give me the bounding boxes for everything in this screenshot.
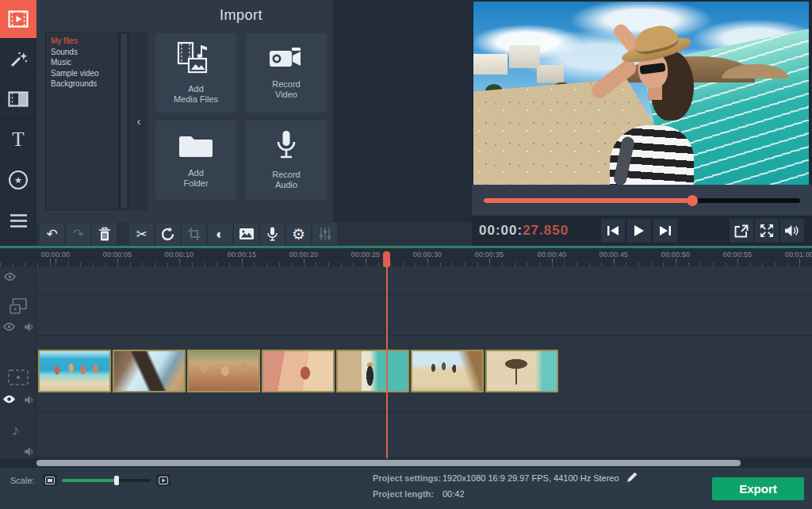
undo-icon: ↶: [46, 228, 57, 241]
audio-levels-button[interactable]: [312, 223, 337, 245]
timeline-ruler[interactable]: 00:00:00 00:00:05 00:00:10 00:00:15 00:0…: [0, 246, 812, 266]
frame-small-icon: [45, 476, 55, 484]
scissors-icon: ✂: [136, 228, 147, 241]
video-editor-window: T ★ Import My files Sounds Music Sample …: [0, 0, 812, 509]
cut-button[interactable]: ✂: [129, 223, 154, 245]
levels-icon: [319, 228, 331, 240]
track-headers: ♪: [0, 266, 36, 458]
timeline-clip[interactable]: [38, 350, 111, 392]
tile-label-line: Media Files: [174, 94, 218, 105]
tile-label-line: Add: [188, 84, 204, 94]
category-backgrounds[interactable]: Backgrounds: [51, 78, 118, 90]
mute-icon[interactable]: [25, 447, 34, 456]
collapse-panel-button[interactable]: ‹: [129, 32, 148, 210]
add-folder-button[interactable]: Add Folder: [155, 121, 236, 200]
previous-frame-button[interactable]: [601, 219, 625, 243]
zoom-out-timeline-button[interactable]: [43, 474, 57, 486]
volume-button[interactable]: [780, 219, 804, 243]
timeline-clip[interactable]: [262, 350, 335, 392]
media-category-list: My files Sounds Music Sample video Backg…: [45, 32, 119, 210]
ruler-label: 00:01:00: [785, 251, 812, 258]
unpin-preview-button[interactable]: [730, 219, 753, 243]
import-panel: Import My files Sounds Music Sample vide…: [36, 0, 333, 222]
title-track[interactable]: [0, 266, 812, 295]
timeline-clip[interactable]: [485, 350, 558, 392]
category-sounds[interactable]: Sounds: [51, 47, 118, 58]
scale-slider-handle[interactable]: [114, 476, 119, 485]
tile-label-line: Folder: [183, 178, 208, 189]
edit-settings-button[interactable]: [626, 472, 638, 486]
audio-track[interactable]: [0, 412, 812, 457]
scrollbar-thumb[interactable]: [121, 34, 127, 208]
chevron-left-icon: ‹: [137, 114, 141, 128]
redo-icon: ↷: [72, 228, 83, 241]
hscrollbar-thumb[interactable]: [36, 460, 741, 466]
timeline-clip[interactable]: [411, 350, 484, 392]
preview-pane: 00:00:27.850: [472, 0, 812, 246]
fullscreen-button[interactable]: [755, 219, 779, 243]
import-panel-title: Import: [155, 7, 327, 24]
timeline-clip[interactable]: [113, 350, 186, 392]
playhead-line[interactable]: [386, 266, 388, 458]
record-voice-button[interactable]: [260, 223, 285, 245]
ruler-label: 00:00:40: [538, 251, 567, 258]
undo-button[interactable]: ↶: [40, 223, 64, 245]
record-audio-button[interactable]: Record Audio: [246, 121, 327, 200]
filmstrip-play-icon: [8, 10, 29, 28]
edit-toolbar: ↶ ↷ ✂ ◐: [36, 222, 472, 246]
timeline-clip[interactable]: [336, 350, 409, 392]
clip-properties-button[interactable]: ⚙: [286, 223, 311, 245]
category-my-files[interactable]: My files: [51, 36, 118, 47]
eye-icon[interactable]: [3, 323, 15, 331]
timeline-clip[interactable]: [187, 350, 260, 392]
overlay-track[interactable]: [0, 295, 812, 336]
timeline-scale-slider[interactable]: [62, 479, 151, 482]
category-list-scrollbar[interactable]: [119, 32, 129, 210]
redo-button[interactable]: ↷: [66, 223, 90, 245]
crop-button[interactable]: [182, 223, 206, 245]
eye-icon[interactable]: [2, 395, 16, 404]
seek-bar[interactable]: [484, 198, 800, 203]
timeline-hscrollbar[interactable]: [0, 458, 812, 468]
mute-icon[interactable]: [25, 396, 34, 404]
ruler-label: 00:00:20: [289, 251, 319, 258]
record-video-button[interactable]: Record Video: [246, 33, 327, 113]
sidebar-item-more-tools[interactable]: [0, 201, 36, 241]
next-frame-button[interactable]: [653, 219, 677, 243]
ruler-label: 00:00:15: [228, 251, 257, 258]
playhead-handle[interactable]: [383, 251, 390, 267]
ruler-label: 00:00:35: [475, 251, 504, 258]
category-sample-video[interactable]: Sample video: [51, 68, 118, 79]
seek-handle[interactable]: [687, 195, 698, 206]
photo-woman: [588, 27, 715, 185]
next-frame-icon: [660, 226, 671, 235]
project-length-value: 00:42: [442, 489, 465, 499]
color-adjustments-button[interactable]: ◐: [208, 223, 232, 245]
overlay-track-icon: [10, 298, 27, 314]
sidebar-item-filters[interactable]: [0, 39, 36, 79]
sidebar-item-transitions[interactable]: [0, 79, 36, 120]
timecode-main: 00:00:: [479, 223, 523, 238]
tile-label-line: Add: [188, 168, 204, 178]
category-music[interactable]: Music: [51, 57, 118, 68]
timeline: 00:00:00 00:00:05 00:00:10 00:00:15 00:0…: [0, 246, 812, 468]
zoom-in-timeline-button[interactable]: [156, 474, 170, 486]
crop-icon: [188, 228, 201, 240]
sidebar-item-stickers[interactable]: ★: [0, 160, 36, 201]
ruler-label: 00:00:05: [103, 251, 132, 258]
timecode-display: 00:00:27.850: [479, 223, 569, 239]
import-actions: Add Media Files Record Video: [155, 33, 327, 200]
pan-zoom-button[interactable]: [234, 223, 259, 245]
delete-button[interactable]: [92, 223, 117, 245]
sidebar-item-titles[interactable]: T: [0, 120, 36, 160]
add-media-files-button[interactable]: Add Media Files: [155, 33, 236, 113]
eye-icon[interactable]: [4, 273, 16, 281]
mute-icon[interactable]: [25, 323, 34, 331]
rotate-button[interactable]: [155, 223, 180, 245]
video-track-icon: [8, 369, 29, 385]
gear-icon: ⚙: [292, 227, 305, 242]
tile-label-line: Record: [272, 79, 300, 90]
sidebar-item-media[interactable]: [0, 0, 36, 39]
play-button[interactable]: [627, 219, 651, 243]
export-button[interactable]: Export: [712, 477, 804, 500]
